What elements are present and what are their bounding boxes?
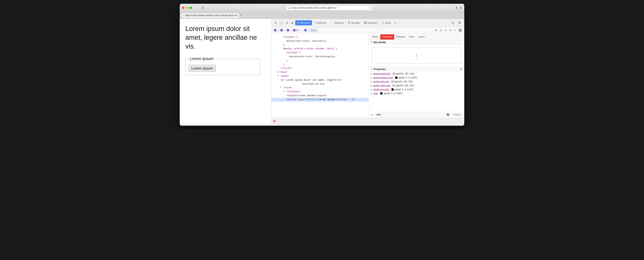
- prop-arrow-border-right[interactable]: ▶: [371, 85, 372, 87]
- dom-tool-2[interactable]: 🖨: [439, 28, 443, 32]
- prop-row-color: ▶ color : rgba(0, 0, 0, 0.847): [369, 91, 464, 95]
- prop-colon-border-left: :: [390, 80, 390, 83]
- bm-margin-left: –: [375, 51, 376, 53]
- prop-arrow-bgcolor[interactable]: ▶: [371, 73, 372, 75]
- devtools-undock-button[interactable]: ⊡: [285, 21, 289, 25]
- tab-view-button[interactable]: ⊡: [202, 6, 204, 10]
- filter-clear-button[interactable]: ✕: [446, 113, 450, 116]
- console-input[interactable]: [277, 119, 462, 122]
- elem-icon-2: E: [280, 29, 283, 31]
- devtools-settings-button[interactable]: ⚙: [457, 20, 462, 25]
- breadcrumb-item-2[interactable]: E: [279, 29, 284, 32]
- swatch-color[interactable]: [380, 92, 382, 94]
- tab-graphics-label: Graphics: [367, 21, 377, 24]
- box-model-header[interactable]: ▼ Box Model: [369, 40, 464, 45]
- share-button[interactable]: ⬆: [455, 6, 458, 10]
- swatch-bgcolor[interactable]: [393, 73, 395, 75]
- prop-name-color[interactable]: color: [373, 92, 378, 95]
- prop-name-border-right[interactable]: border-right-color: [373, 84, 390, 87]
- tab-storage[interactable]: 🗄 Storage: [346, 20, 362, 25]
- box-model-container: – – – 2 –: [369, 45, 464, 66]
- properties-header[interactable]: ▼ Properties ⊙: [369, 66, 464, 72]
- dom-tool-1[interactable]: ⊞: [434, 28, 438, 32]
- close-button[interactable]: [182, 7, 184, 9]
- minimize-button[interactable]: [186, 7, 188, 9]
- bm-top-row: – – –: [375, 51, 458, 53]
- fieldset-button[interactable]: Lorem ipsum: [188, 65, 216, 72]
- prop-name-bgcolor[interactable]: background-color: [373, 72, 391, 75]
- devtools-dock-button[interactable]: ⬜: [278, 21, 284, 25]
- properties-title: Properties: [374, 68, 386, 71]
- dom-tool-5[interactable]: ✏: [453, 28, 457, 32]
- code-line: <p> Lorem ipsum dolor sit amet, legere a…: [272, 78, 368, 86]
- new-tab-button[interactable]: +: [240, 13, 242, 17]
- code-line: fieldset {: [272, 35, 368, 39]
- breadcrumb-button-label: button: [311, 29, 316, 31]
- swatch-border-left[interactable]: [391, 80, 394, 83]
- breadcrumb-arrow-1: ›: [278, 29, 279, 32]
- forward-button[interactable]: ›: [197, 6, 200, 10]
- dom-tool-4[interactable]: ⊟: [448, 28, 452, 32]
- tab-network[interactable]: ⬡ Network: [313, 20, 328, 25]
- maximize-button[interactable]: [190, 7, 192, 9]
- code-line: background-color: darkslategray;: [272, 55, 368, 59]
- classes-button[interactable]: Classes: [451, 112, 462, 117]
- back-button[interactable]: ‹: [194, 6, 196, 10]
- devtools-close-button[interactable]: ✕: [273, 21, 278, 25]
- prop-val-border-top: rgba(0, 0, 0, 0.847): [394, 88, 414, 91]
- elements-icon: ⊞: [297, 22, 299, 24]
- prop-arrow-color[interactable]: ▶: [371, 92, 372, 94]
- code-line: ▼ <fieldset>: [272, 90, 368, 94]
- dom-tool-6[interactable]: 🔲: [458, 28, 463, 32]
- tab-graphics[interactable]: 🖼 Graphics: [362, 20, 379, 25]
- prop-name-border-left[interactable]: border-left-color: [373, 80, 389, 83]
- console-arrow: ▶: [274, 119, 276, 122]
- prop-arrow-border-left[interactable]: ▶: [371, 81, 372, 83]
- code-line: }: [272, 59, 368, 63]
- swatch-border-bottom[interactable]: [395, 77, 398, 79]
- prop-name-border-bottom[interactable]: border-bottom-color: [373, 76, 393, 79]
- breadcrumb-item-fieldset[interactable]: E fiel...: [292, 29, 302, 32]
- tab-node[interactable]: Node: [407, 34, 416, 40]
- devtools-inspect-button[interactable]: ⊕: [290, 21, 294, 25]
- filter-input[interactable]: [374, 112, 445, 117]
- dom-tool-3[interactable]: ⊡: [444, 28, 448, 32]
- devtools-breadcrumb: E › E › E › E fiel... › E ›: [272, 27, 464, 33]
- properties-settings-icon[interactable]: ⊙: [460, 68, 462, 71]
- tab-elements[interactable]: ⊞ Elements: [295, 20, 312, 25]
- bm-bottom-row: –: [375, 58, 458, 60]
- browser-tab[interactable]: c https://color-scheme-prefers-color-sch…: [181, 13, 239, 18]
- refresh-button[interactable]: ↻: [368, 6, 371, 9]
- tab-audit[interactable]: 📋 Audit: [380, 20, 393, 25]
- tab-bar: c https://color-scheme-prefers-color-sch…: [180, 12, 464, 19]
- prop-arrow-border-bottom[interactable]: ▶: [371, 77, 372, 79]
- tab-styles[interactable]: Styles: [370, 34, 380, 40]
- breadcrumb-arrow-5: ›: [308, 29, 309, 32]
- prop-val-color: rgba(0, 0, 0, 0.847): [383, 92, 402, 95]
- prop-arrow-border-top[interactable]: ▶: [371, 88, 372, 91]
- elem-icon-fieldset: E: [293, 29, 296, 31]
- breadcrumb-item-1[interactable]: E: [273, 29, 278, 32]
- breadcrumb-item-3[interactable]: E: [286, 29, 290, 32]
- swatch-border-right[interactable]: [392, 84, 395, 87]
- breadcrumb-item-button[interactable]: button: [310, 29, 318, 32]
- prop-colon-color: :: [379, 92, 380, 95]
- tab-computed[interactable]: Computed: [380, 34, 394, 40]
- breadcrumb-arrow-4: ›: [302, 29, 303, 32]
- breadcrumb-item-e5[interactable]: E: [303, 29, 308, 32]
- address-bar[interactable]: 🔒 color-scheme-prefers-color-scheme.glit…: [286, 6, 372, 10]
- new-window-button[interactable]: ⊡: [460, 6, 462, 10]
- more-tabs-button[interactable]: »: [394, 21, 398, 25]
- tab-changes[interactable]: Changes: [394, 34, 407, 40]
- swatch-border-top[interactable]: [392, 88, 394, 91]
- box-model-arrow: ▼: [371, 41, 372, 43]
- breadcrumb-fieldset-label: fiel...: [296, 29, 300, 31]
- lock-icon: 🔒: [288, 7, 290, 9]
- devtools-toolbar: ✕ ⬜ ⊡ ⊕ ⊞ Elements ⬡ Network 📄 Sources 🗄: [272, 19, 464, 27]
- code-line-selected[interactable]: <button type="button">Lorem ipsum</butto…: [272, 98, 368, 102]
- devtools-search-button[interactable]: 🔍: [449, 20, 456, 25]
- bm-border-value: 2: [416, 54, 417, 57]
- tab-layers[interactable]: Layers: [416, 34, 427, 40]
- prop-name-border-top[interactable]: border-top-color: [373, 88, 389, 91]
- tab-sources[interactable]: 📄 Sources: [329, 20, 346, 25]
